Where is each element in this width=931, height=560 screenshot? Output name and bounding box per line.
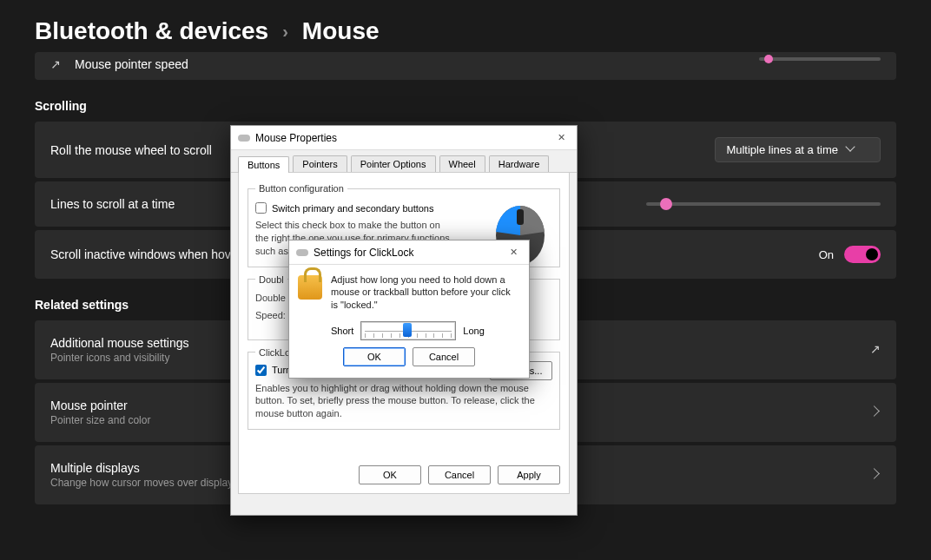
tab-wheel[interactable]: Wheel bbox=[439, 155, 485, 172]
card-title: Additional mouse settings bbox=[50, 336, 189, 350]
ok-button[interactable]: OK bbox=[343, 347, 406, 366]
checkbox-input[interactable] bbox=[255, 202, 267, 214]
clicklock-desc: Enables you to highlight or drag without… bbox=[255, 382, 552, 421]
tabstrip: Buttons Pointers Pointer Options Wheel H… bbox=[231, 150, 577, 173]
clicklock-description: Adjust how long you need to hold down a … bbox=[331, 273, 518, 311]
breadcrumb-parent[interactable]: Bluetooth & devices bbox=[35, 17, 268, 45]
short-label: Short bbox=[331, 326, 353, 336]
cursor-icon bbox=[50, 57, 61, 71]
breadcrumb-current: Mouse bbox=[302, 17, 380, 45]
close-button[interactable]: ✕ bbox=[505, 244, 522, 261]
tab-pointers[interactable]: Pointers bbox=[293, 155, 347, 172]
mouse-pointer-speed-card: Mouse pointer speed bbox=[35, 52, 896, 80]
card-title: Mouse pointer speed bbox=[75, 57, 188, 71]
apply-button[interactable]: Apply bbox=[498, 465, 560, 484]
lock-icon bbox=[298, 275, 322, 300]
external-link-icon bbox=[870, 343, 881, 357]
lines-slider[interactable] bbox=[646, 202, 881, 206]
chevron-right-icon bbox=[870, 470, 881, 480]
clicklock-settings-dialog: Settings for ClickLock ✕ Adjust how long… bbox=[288, 240, 530, 379]
legend: Doubl bbox=[255, 274, 287, 285]
titlebar[interactable]: Mouse Properties ✕ bbox=[231, 126, 577, 150]
pointer-speed-slider[interactable] bbox=[759, 57, 881, 61]
breadcrumb: Bluetooth & devices › Mouse bbox=[0, 0, 931, 57]
ok-button[interactable]: OK bbox=[359, 465, 421, 484]
cancel-button[interactable]: Cancel bbox=[428, 465, 491, 484]
select-value: Multiple lines at a time bbox=[726, 143, 838, 156]
scroll-inactive-toggle[interactable] bbox=[844, 246, 881, 263]
close-button[interactable]: ✕ bbox=[552, 129, 570, 147]
section-scrolling: Scrolling bbox=[35, 99, 896, 113]
chevron-right-icon: › bbox=[282, 22, 288, 42]
clicklock-duration-slider[interactable] bbox=[360, 321, 456, 340]
card-title: Lines to scroll at a time bbox=[50, 197, 175, 211]
tab-buttons[interactable]: Buttons bbox=[238, 156, 289, 173]
checkbox-input[interactable] bbox=[255, 365, 267, 376]
svg-rect-1 bbox=[517, 209, 524, 225]
chevron-down-icon bbox=[847, 146, 855, 155]
dialog-title: Mouse Properties bbox=[255, 132, 337, 144]
chevron-right-icon bbox=[870, 407, 881, 418]
mouse-icon bbox=[296, 249, 308, 256]
card-subtitle: Pointer icons and visibility bbox=[50, 352, 189, 364]
dialog-title: Settings for ClickLock bbox=[314, 247, 413, 259]
mouse-icon bbox=[238, 135, 250, 142]
scroll-mode-select[interactable]: Multiple lines at a time bbox=[715, 137, 881, 162]
legend: Button configuration bbox=[255, 183, 347, 194]
cancel-button[interactable]: Cancel bbox=[413, 347, 475, 366]
toggle-label: On bbox=[819, 248, 834, 261]
checkbox-label: Switch primary and secondary buttons bbox=[272, 203, 433, 214]
tab-pointer-options[interactable]: Pointer Options bbox=[351, 155, 436, 172]
card-title: Scroll inactive windows when hove bbox=[50, 247, 238, 261]
titlebar[interactable]: Settings for ClickLock ✕ bbox=[289, 240, 529, 265]
tab-hardware[interactable]: Hardware bbox=[489, 155, 550, 172]
long-label: Long bbox=[463, 326, 484, 336]
slider-thumb[interactable] bbox=[403, 323, 412, 337]
card-title: Roll the mouse wheel to scroll bbox=[50, 143, 212, 157]
card-title: Mouse pointer bbox=[50, 399, 150, 412]
card-subtitle: Pointer size and color bbox=[50, 414, 150, 426]
